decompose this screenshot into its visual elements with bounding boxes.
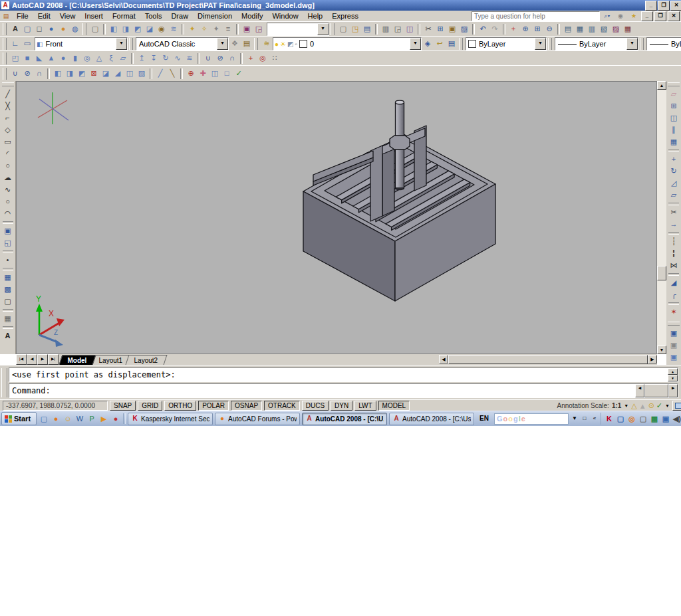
copy-faces-icon[interactable]: ◫ — [124, 68, 136, 80]
menu-item[interactable]: Dimension — [193, 11, 237, 21]
annotation-scale-value[interactable]: 1:1 — [612, 402, 621, 409]
torus-icon[interactable]: ◎ — [81, 52, 93, 64]
clean-screen-button[interactable] — [672, 401, 681, 411]
table-icon[interactable]: ▦ — [2, 313, 14, 325]
kaspersky-icon[interactable]: K — [605, 414, 614, 423]
volume-icon[interactable]: ◀) — [672, 414, 681, 423]
tab-last-icon[interactable]: ▶| — [48, 354, 59, 365]
pyramid-icon[interactable]: △ — [93, 52, 105, 64]
menu-item[interactable]: Insert — [80, 11, 108, 21]
command-hscroll-thumb[interactable] — [644, 384, 668, 397]
realistic-icon[interactable]: ● — [45, 23, 57, 35]
color-faces-icon[interactable]: ▨ — [136, 68, 148, 80]
toolbar-grip[interactable] — [2, 82, 14, 86]
scroll-down-icon[interactable]: ▼ — [657, 346, 666, 354]
plot-preview-icon[interactable]: ◲ — [392, 23, 404, 35]
lineweight-dropdown[interactable]: ByLayer — [646, 37, 681, 51]
overflow-chevron-icon[interactable]: « — [591, 414, 599, 423]
display-icon[interactable]: ▢ — [638, 414, 648, 423]
subtract-icon[interactable]: ⊘ — [21, 68, 33, 80]
toolbar-grip[interactable] — [3, 52, 7, 64]
extend-icon[interactable]: → — [668, 219, 680, 231]
status-toggle-button[interactable]: DYN — [331, 401, 352, 411]
deskbar-icon[interactable]: □ — [581, 414, 589, 423]
layer-dropdown[interactable]: ●☀◩▫ 0▼ — [273, 37, 422, 51]
conceptual-icon[interactable]: ● — [57, 23, 69, 35]
new-icon[interactable]: ▢ — [337, 23, 349, 35]
communication-center-icon[interactable]: ◉ — [614, 11, 626, 21]
taskbar-task-button[interactable]: AAutoCAD 2008 - [C:\Use... — [389, 413, 474, 425]
line-icon[interactable]: ╱ — [2, 88, 14, 100]
circle-icon[interactable]: ○ — [2, 160, 14, 172]
menu-item[interactable]: Help — [303, 11, 328, 21]
offset-faces-icon[interactable]: ◩ — [76, 68, 88, 80]
render-region-icon[interactable]: ◲ — [253, 23, 265, 35]
render-icon[interactable]: ▣ — [241, 23, 253, 35]
named-view-dropdown[interactable]: ◧ Front▼ — [35, 37, 128, 51]
status-menu-arrow-icon[interactable]: ▼ — [665, 403, 670, 408]
union-icon[interactable]: ∪ — [202, 52, 214, 64]
desktop-search-icon[interactable]: ◎ — [627, 414, 636, 423]
spline-icon[interactable]: ∿ — [2, 184, 14, 196]
toolbar-grip[interactable] — [668, 82, 680, 86]
doc-minimize-button[interactable]: _ — [641, 11, 653, 21]
make-block-icon[interactable]: ◱ — [2, 237, 14, 249]
insert-block-icon[interactable]: ▣ — [2, 225, 14, 237]
firefox-icon[interactable]: ● — [51, 413, 61, 424]
layer-color-icon[interactable]: ▫ — [295, 41, 297, 48]
ellipse-arc-icon[interactable]: ◠ — [2, 208, 14, 220]
dropdown-arrow-icon[interactable]: ▼ — [410, 38, 421, 50]
toolbar-grip[interactable] — [3, 38, 7, 50]
toolbar-grip[interactable] — [331, 23, 335, 35]
union-icon[interactable]: ∪ — [9, 68, 21, 80]
publisher-icon[interactable]: P — [86, 413, 97, 424]
polyline-icon[interactable]: ⌐ — [2, 112, 14, 124]
layer-lock-icon[interactable]: ◩ — [287, 41, 293, 48]
cone-icon[interactable]: ▲ — [45, 52, 57, 64]
point-icon[interactable]: • — [2, 255, 14, 266]
planar-surface-icon[interactable]: ▱ — [117, 52, 129, 64]
zoom-previous-icon[interactable]: ⊖ — [543, 23, 555, 35]
status-toggle-button[interactable]: OTRACK — [264, 401, 300, 411]
designcenter-icon[interactable]: ▦ — [574, 23, 586, 35]
match-properties-icon[interactable]: ▨ — [458, 23, 470, 35]
redo-icon[interactable]: ↷ — [489, 23, 501, 35]
make-object-layer-current-icon[interactable]: ◈ — [422, 38, 434, 50]
doc-restore-button[interactable]: ❐ — [654, 11, 666, 21]
separate-icon[interactable]: ◫ — [209, 68, 221, 80]
messenger-icon[interactable]: ☺ — [63, 413, 73, 424]
render-environment-icon[interactable]: ≋ — [168, 23, 180, 35]
copy-object-icon[interactable]: ⊞ — [668, 100, 680, 112]
dropdown-arrow-icon[interactable]: ▼ — [116, 38, 127, 50]
toolbar-grip[interactable] — [668, 322, 680, 326]
tab-first-icon[interactable]: |◀ — [16, 354, 27, 365]
scroll-up-icon[interactable]: ▲ — [657, 81, 666, 90]
break-icon[interactable]: ╏ — [668, 248, 680, 260]
ellipse-icon[interactable]: ○ — [2, 196, 14, 208]
named-views-icon[interactable]: ▭ — [21, 38, 33, 50]
command-scroll-right-icon[interactable]: ▶ — [668, 384, 678, 397]
point-light-icon[interactable]: ✦ — [186, 23, 198, 35]
clean-icon[interactable]: ✚ — [197, 68, 209, 80]
favorites-star-icon[interactable]: ★ — [628, 11, 640, 21]
toolbar-grip[interactable] — [129, 38, 133, 50]
presspull-icon[interactable]: ↧ — [148, 52, 160, 64]
minimize-button[interactable]: _ — [645, 1, 657, 11]
taskbar-task-button[interactable]: AAutoCAD 2008 - [C:\U... — [302, 413, 387, 425]
layer-previous-icon[interactable]: ↩ — [434, 38, 446, 50]
region-icon[interactable]: ▢ — [2, 296, 14, 308]
menu-item[interactable]: View — [55, 11, 80, 21]
toolbar-lock-icon[interactable]: ⊙ — [648, 401, 654, 410]
command-scroll-left-icon[interactable]: ◀ — [635, 384, 644, 397]
menu-item[interactable]: Modify — [237, 11, 267, 21]
intersect-icon[interactable]: ∩ — [33, 68, 45, 80]
cut-icon[interactable]: ✂ — [422, 23, 434, 35]
cylinder-icon[interactable]: ▮ — [69, 52, 81, 64]
extrude-faces-icon[interactable]: ◧ — [52, 68, 64, 80]
box-icon[interactable]: ■ — [21, 52, 33, 64]
status-toggle-button[interactable]: ORTHO — [164, 401, 196, 411]
tray-settings-icon[interactable]: ✓ — [656, 401, 662, 410]
2d-wireframe-icon[interactable]: A — [9, 23, 21, 35]
imprint-icon[interactable]: ⊕ — [185, 68, 197, 80]
plot-icon[interactable]: ▥ — [380, 23, 392, 35]
